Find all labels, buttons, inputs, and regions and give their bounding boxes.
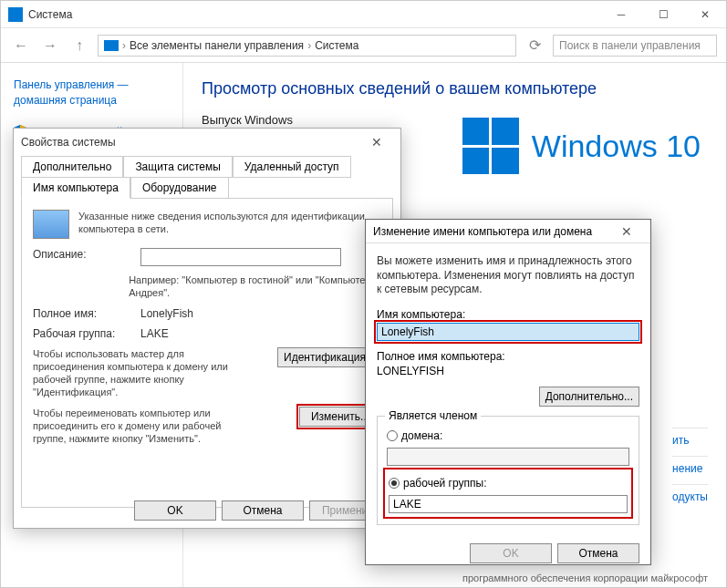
minimize-button[interactable]: ─ [600,1,642,28]
computer-icon [33,210,69,239]
intro-text: Указанные ниже сведения используются для… [78,210,381,239]
close-icon[interactable]: ✕ [360,135,393,150]
member-legend: Является членом [385,409,481,422]
refresh-button[interactable]: ⟳ [524,35,545,57]
ok-button[interactable]: OK [134,500,216,521]
up-button[interactable]: ↑ [68,35,90,57]
maximize-button[interactable]: ☐ [642,1,684,28]
breadcrumb-item[interactable]: Система [315,39,358,52]
domain-radio-row[interactable]: домена: [387,429,629,442]
link-fragment[interactable]: нение [672,456,708,475]
control-panel-home-link[interactable]: Панель управления — домашняя страница [14,77,170,108]
computer-name-label: Имя компьютера: [377,308,639,321]
side-links: ить нение одукты [672,428,708,512]
workgroup-radio-row[interactable]: рабочей группы: [389,477,628,490]
windows-logo-icon [462,118,519,174]
workgroup-value: LAKE [140,327,381,340]
workgroup-input[interactable] [389,495,628,513]
breadcrumb[interactable]: › Все элементы панели управления › Систе… [98,35,516,57]
rename-text: Чтобы переименовать компьютер или присое… [33,407,243,446]
description-hint: Например: "Компьютер в гостиной" или "Ко… [129,273,381,300]
intro-text: Вы можете изменить имя и принадлежность … [377,254,639,297]
full-name-label: Полное имя компьютера: [377,350,639,363]
radio-icon [387,430,398,441]
tab-computer-name[interactable]: Имя компьютера [21,177,130,199]
link-fragment[interactable]: ить [672,428,708,447]
dialog-title-bar: Свойства системы ✕ [14,129,400,156]
dialog-title-bar: Изменение имени компьютера или домена ✕ [366,220,650,243]
control-panel-icon [104,40,119,51]
system-properties-dialog: Свойства системы ✕ Дополнительно Защита … [13,128,401,529]
tab-panel-computer-name: Указанные ниже сведения используются для… [21,198,393,508]
cancel-button[interactable]: Отмена [557,543,639,563]
system-icon [8,7,23,22]
windows10-brand: Windows 10 [462,118,701,174]
close-button[interactable]: ✕ [684,1,726,28]
tab-protection[interactable]: Защита системы [123,156,232,178]
description-label: Описание: [33,248,133,261]
dialog-title: Изменение имени компьютера или домена [373,225,592,238]
search-input[interactable]: Поиск в панели управления [553,35,717,57]
footer-note: программного обеспечения корпорации майк… [462,573,708,583]
full-name-value: LONELYFISH [377,365,639,377]
title-bar: Система ─ ☐ ✕ [1,1,726,28]
breadcrumb-item[interactable]: Все элементы панели управления [130,39,304,52]
computer-name-input[interactable] [377,323,639,341]
workgroup-label: Рабочая группа: [33,327,133,340]
tab-hardware[interactable]: Оборудование [130,177,229,199]
radio-icon [389,478,400,489]
domain-label: домена: [401,429,442,442]
member-of-group: Является членом домена: рабочей группы: [377,416,639,525]
back-button[interactable]: ← [10,35,32,57]
cancel-button[interactable]: Отмена [222,500,304,521]
full-name-label: Полное имя: [33,307,133,320]
tab-remote[interactable]: Удаленный доступ [233,156,351,178]
change-name-domain-dialog: Изменение имени компьютера или домена ✕ … [365,219,651,565]
forward-button[interactable]: → [39,35,61,57]
domain-input [387,448,629,466]
full-name-value: LonelyFish [140,307,381,320]
page-heading: Просмотр основных сведений о вашем компь… [202,79,708,98]
description-input[interactable] [140,248,341,266]
more-button[interactable]: Дополнительно... [539,387,639,407]
toolbar: ← → ↑ › Все элементы панели управления ›… [1,28,726,63]
link-fragment[interactable]: одукты [672,484,708,503]
wizard-text: Чтобы использовать мастер для присоедине… [33,347,243,399]
dialog-title: Свойства системы [21,136,116,149]
workgroup-radio-label: рабочей группы: [403,477,486,490]
close-icon[interactable]: ✕ [610,224,643,239]
tab-advanced[interactable]: Дополнительно [21,156,123,178]
ok-button[interactable]: OK [470,543,552,563]
window-title: Система [28,8,600,21]
windows10-text: Windows 10 [532,129,701,164]
